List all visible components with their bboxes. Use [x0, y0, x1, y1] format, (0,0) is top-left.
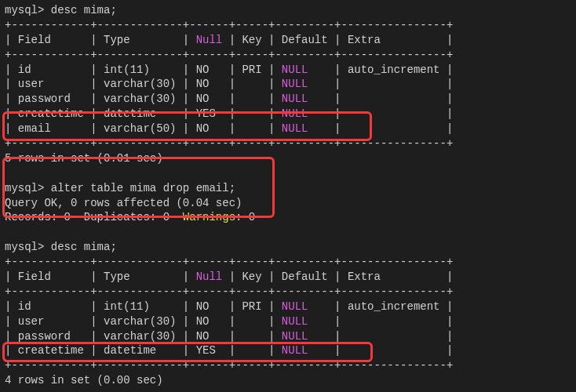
row-left: | createtime | datetime | YES | |	[5, 107, 282, 120]
null-value: NULL	[282, 344, 308, 357]
null-value: NULL	[282, 300, 308, 313]
row-right: | |	[308, 315, 453, 328]
prompt-line: mysql> desc mima;	[5, 3, 571, 18]
hdr-left: | Field | Type |	[5, 34, 196, 46]
table-row: | id | int(11) | NO | PRI | NULL | auto_…	[5, 63, 571, 78]
table-row: | user | varchar(30) | NO | | NULL | |	[5, 314, 571, 329]
warnings-count: : 0	[235, 211, 255, 223]
command-alter: alter table mima drop email;	[51, 182, 235, 194]
hdr-null: Null	[196, 270, 223, 283]
table-sep: +------------+-------------+------+-----…	[5, 255, 571, 270]
mysql-prompt: mysql>	[5, 241, 51, 253]
command-desc-2: desc mima;	[51, 241, 117, 253]
table-row: | user | varchar(30) | NO | | NULL | |	[5, 77, 571, 92]
mysql-prompt: mysql>	[5, 4, 51, 16]
hdr-left: | Field | Type |	[5, 270, 196, 283]
row-right: | |	[308, 78, 453, 90]
table-sep: +------------+-------------+------+-----…	[5, 136, 571, 151]
row-right: | |	[308, 122, 453, 135]
blank	[5, 166, 571, 181]
table-header: | Field | Type | Null | Key | Default | …	[5, 33, 571, 48]
row-right: | auto_increment |	[308, 64, 453, 76]
null-value: NULL	[282, 107, 308, 120]
mysql-prompt: mysql>	[5, 182, 51, 194]
row-left: | password | varchar(30) | NO | |	[5, 330, 282, 343]
null-value: NULL	[282, 330, 308, 343]
row-right: | auto_increment |	[308, 300, 453, 313]
table-sep: +------------+-------------+------+-----…	[5, 285, 571, 299]
row-left: | id | int(11) | NO | PRI |	[5, 64, 282, 76]
null-value: NULL	[282, 93, 308, 105]
command-desc-1: desc mima;	[51, 4, 117, 16]
table-row: | password | varchar(30) | NO | | NULL |…	[5, 329, 571, 344]
row-left: | password | varchar(30) | NO | |	[5, 93, 282, 105]
row-left: | email | varchar(50) | NO | |	[5, 122, 282, 135]
warnings-label: Warnings	[183, 211, 235, 223]
row-left: | id | int(11) | NO | PRI |	[5, 300, 282, 313]
blank	[5, 388, 571, 392]
prompt-line: mysql> alter table mima drop email;	[5, 181, 571, 196]
result-line: Query OK, 0 rows affected (0.04 sec)	[5, 196, 571, 211]
row-right: | |	[308, 93, 453, 105]
row-count: 4 rows in set (0.00 sec)	[5, 373, 571, 388]
hdr-right: | Key | Default | Extra |	[222, 270, 453, 283]
table-row: | password | varchar(30) | NO | | NULL |…	[5, 92, 571, 107]
table-sep: +------------+-------------+------+-----…	[5, 18, 571, 33]
hdr-right: | Key | Default | Extra |	[222, 34, 453, 46]
result-line: Records: 0 Duplicates: 0 Warnings: 0	[5, 210, 571, 225]
row-left: | user | varchar(30) | NO | |	[5, 78, 282, 90]
hdr-null: Null	[196, 34, 223, 46]
row-right: | |	[308, 344, 453, 357]
records-dup: Records: 0 Duplicates: 0	[5, 211, 183, 223]
row-right: | |	[308, 330, 453, 343]
null-value: NULL	[282, 122, 308, 135]
row-count: 5 rows in set (0.01 sec)	[5, 151, 571, 166]
row-left: | createtime | datetime | YES | |	[5, 344, 282, 357]
row-left: | user | varchar(30) | NO | |	[5, 315, 282, 328]
null-value: NULL	[282, 78, 308, 90]
table-sep: +------------+-------------+------+-----…	[5, 358, 571, 373]
table-row: | email | varchar(50) | NO | | NULL | |	[5, 122, 571, 136]
terminal[interactable]: mysql> desc mima; +------------+--------…	[5, 3, 571, 392]
table-sep: +------------+-------------+------+-----…	[5, 48, 571, 63]
row-right: | |	[308, 107, 453, 120]
blank	[5, 225, 571, 240]
null-value: NULL	[282, 315, 308, 328]
prompt-line: mysql> desc mima;	[5, 240, 571, 255]
table-row: | id | int(11) | NO | PRI | NULL | auto_…	[5, 299, 571, 314]
table-row: | createtime | datetime | YES | | NULL |…	[5, 343, 571, 358]
table-header: | Field | Type | Null | Key | Default | …	[5, 270, 571, 285]
table-row: | createtime | datetime | YES | | NULL |…	[5, 107, 571, 122]
null-value: NULL	[282, 64, 308, 76]
